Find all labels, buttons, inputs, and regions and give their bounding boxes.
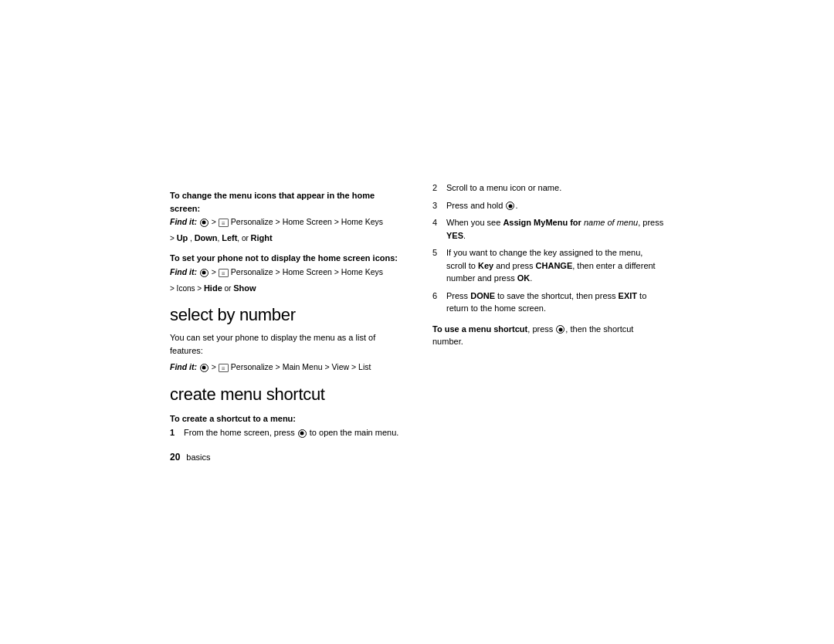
small-icon-step1 bbox=[298, 429, 307, 438]
shortcut-steps-left: 1 From the home screen, press to open th… bbox=[170, 426, 402, 439]
menu-icon-2: ≡ bbox=[219, 269, 229, 277]
shortcut-note: To use a menu shortcut, press , then the… bbox=[432, 323, 664, 348]
small-icon-step3 bbox=[506, 202, 514, 210]
path-arrow-2: > bbox=[212, 267, 219, 276]
path-text-2: Personalize > Home Screen > Home Keys bbox=[231, 267, 383, 276]
path-text-3: Personalize > Main Menu > View > List bbox=[231, 362, 371, 371]
step-6-text: Press DONE to save the shortcut, then pr… bbox=[446, 290, 664, 315]
path-line-1: > Up , Down, Left, or Right bbox=[170, 232, 402, 245]
step-2-num: 2 bbox=[432, 181, 446, 195]
section-shortcut-heading: create menu shortcut bbox=[170, 385, 402, 405]
step-3: 3 Press and hold . bbox=[432, 199, 664, 212]
page-label: basics bbox=[186, 452, 210, 462]
path-arrow-1: > bbox=[212, 217, 219, 226]
step-6-num: 6 bbox=[432, 290, 446, 303]
section-select-heading: select by number bbox=[170, 305, 402, 325]
step-1: 1 From the home screen, press to open th… bbox=[170, 426, 402, 439]
path-text-1: Personalize > Home Screen > Home Keys bbox=[231, 217, 383, 226]
section-select-body: You can set your phone to display the me… bbox=[170, 331, 402, 357]
step-5: 5 If you want to change the key assigned… bbox=[432, 246, 664, 285]
step-1-text: From the home screen, press to open the … bbox=[184, 426, 398, 439]
find-it-label-1: Find it: bbox=[170, 217, 199, 226]
find-it-label-3: Find it: bbox=[170, 362, 199, 371]
page-number: 20 bbox=[170, 452, 180, 463]
find-it-1: Find it: > ≡ Personalize > Home Screen >… bbox=[170, 216, 402, 229]
footer: 20 basics bbox=[170, 452, 402, 463]
menu-icon-1: ≡ bbox=[219, 219, 229, 227]
step-3-num: 3 bbox=[432, 199, 446, 212]
small-icon-note bbox=[556, 325, 564, 334]
small-icon-3 bbox=[200, 364, 208, 372]
menu-icon-3: ≡ bbox=[219, 364, 229, 372]
step-2: 2 Scroll to a menu icon or name. bbox=[432, 181, 664, 195]
step-5-num: 5 bbox=[432, 246, 446, 259]
shortcut-subheading: To create a shortcut to a menu: bbox=[170, 412, 402, 425]
small-icon-2 bbox=[200, 269, 208, 277]
path-arrow-3: > bbox=[212, 362, 219, 371]
left-column: To change the menu icons that appear in … bbox=[170, 181, 402, 463]
step-6: 6 Press DONE to save the shortcut, then … bbox=[432, 290, 664, 315]
step-4: 4 When you see Assign MyMenu for name of… bbox=[432, 216, 664, 242]
step-4-text: When you see Assign MyMenu for name of m… bbox=[446, 216, 664, 242]
shortcut-steps-right: 2 Scroll to a menu icon or name. 3 Press… bbox=[432, 181, 664, 315]
intro-bold-2: To set your phone not to display the hom… bbox=[170, 252, 402, 265]
intro-bold-1: To change the menu icons that appear in … bbox=[170, 189, 402, 215]
path-line-2: > Icons > Hide or Show bbox=[170, 282, 402, 295]
step-2-text: Scroll to a menu icon or name. bbox=[446, 181, 561, 195]
find-it-2: Find it: > ≡ Personalize > Home Screen >… bbox=[170, 266, 402, 279]
step-4-num: 4 bbox=[432, 216, 446, 229]
right-column: 2 Scroll to a menu icon or name. 3 Press… bbox=[432, 181, 664, 353]
small-icon-1 bbox=[200, 219, 208, 227]
find-it-3: Find it: > ≡ Personalize > Main Menu > V… bbox=[170, 361, 402, 374]
step-3-text: Press and hold . bbox=[446, 199, 518, 212]
step-5-text: If you want to change the key assigned t… bbox=[446, 246, 664, 285]
find-it-label-2: Find it: bbox=[170, 267, 199, 276]
page-content: To change the menu icons that appear in … bbox=[154, 166, 680, 478]
step-1-num: 1 bbox=[170, 426, 184, 439]
